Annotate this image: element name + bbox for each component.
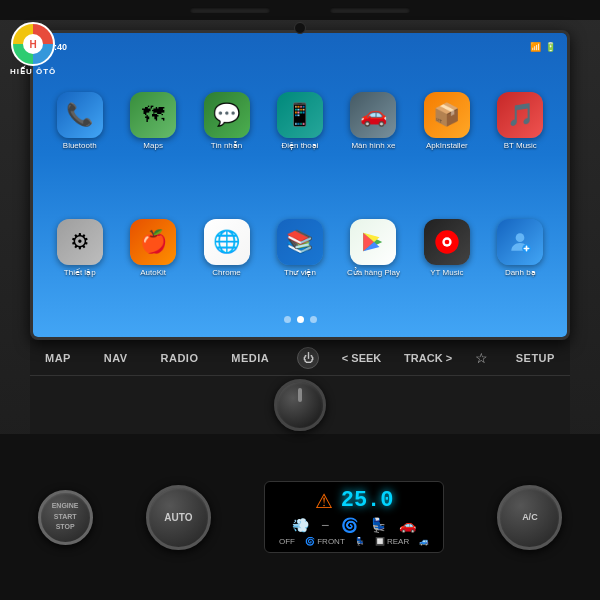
app-apkinstaller[interactable]: 📦 ApkInstaller (413, 60, 480, 181)
vent-left (190, 7, 270, 13)
vent-right (330, 7, 410, 13)
contacts-icon (497, 219, 543, 265)
dot-3 (310, 316, 317, 323)
volume-knob[interactable] (274, 379, 326, 431)
app-phone[interactable]: 📱 Điện thoại (266, 60, 333, 181)
setup-button[interactable]: SETUP (511, 349, 560, 367)
app-library[interactable]: 📚 Thư viện (266, 187, 333, 308)
logo-inner: H (23, 34, 43, 54)
app-ytmusic-label: YT Music (430, 268, 463, 277)
svg-point-3 (516, 233, 525, 242)
track-button[interactable]: TRACK > (404, 352, 452, 364)
off-button[interactable]: OFF (279, 537, 295, 546)
app-maps[interactable]: 🗺 Maps (119, 60, 186, 181)
head-unit: 17:40 📶 🔋 📞 Bluetooth 🗺 Maps 💬 (30, 30, 570, 340)
status-icons: 📶 🔋 (530, 42, 556, 52)
app-contacts[interactable]: Danh bạ (487, 187, 554, 308)
map-button[interactable]: MAP (40, 349, 76, 367)
ac-label: A/C (522, 512, 538, 522)
center-controls: ⏻ (297, 347, 319, 369)
seek-button[interactable]: < SEEK (342, 352, 381, 364)
top-bezel (0, 0, 600, 20)
car-dashboard: H HIẾU ÔTÔ 17:40 📶 🔋 📞 Bluetooth (0, 0, 600, 600)
front-icon[interactable]: 🌀 FRONT (305, 537, 345, 546)
rear-icon[interactable]: 🔲 REAR (375, 537, 409, 546)
climate-row: ENGINE START STOP AUTO ⚠ 25.0 💨 − 🌀 💺 🚗 (0, 434, 600, 600)
ytmusic-icon (424, 219, 470, 265)
app-library-label: Thư viện (284, 268, 316, 277)
rear-car-icon: 🚙 (419, 537, 429, 546)
battery-icon: 🔋 (545, 42, 556, 52)
app-playstore[interactable]: Cửa hàng Play (340, 187, 407, 308)
knob-row (30, 376, 570, 434)
seat-icon: 💺 (355, 537, 365, 546)
start-line2: START (54, 513, 77, 521)
app-ytmusic[interactable]: YT Music (413, 187, 480, 308)
svg-point-2 (445, 239, 450, 244)
app-apkinstaller-label: ApkInstaller (426, 141, 468, 150)
app-messages-label: Tin nhắn (211, 141, 242, 150)
auto-dial[interactable]: AUTO (146, 485, 211, 550)
phone-icon: 📱 (277, 92, 323, 138)
app-playstore-label: Cửa hàng Play (347, 268, 400, 277)
favorite-button[interactable]: ☆ (475, 350, 488, 366)
auto-label: AUTO (164, 512, 192, 523)
climate-control-row: 💨 − 🌀 💺 🚗 (292, 517, 416, 533)
app-contacts-label: Danh bạ (505, 268, 536, 277)
app-carscreen[interactable]: 🚗 Màn hình xe (340, 60, 407, 181)
status-bar: 17:40 📶 🔋 (38, 38, 562, 56)
app-chrome[interactable]: 🌐 Chrome (193, 187, 260, 308)
app-messages[interactable]: 💬 Tin nhắn (193, 60, 260, 181)
signal-icon: 📶 (530, 42, 541, 52)
dot-2 (297, 316, 304, 323)
dot-1 (284, 316, 291, 323)
track-label: TRACK > (404, 352, 452, 364)
app-settings[interactable]: ⚙ Thiết lập (46, 187, 113, 308)
camera-bump (294, 22, 306, 34)
climate-display: ⚠ 25.0 💨 − 🌀 💺 🚗 OFF 🌀 FRONT 💺 🔲 REAR 🚙 (264, 481, 444, 553)
page-dots (38, 312, 562, 327)
btmusic-icon: 🎵 (497, 92, 543, 138)
engine-start-stop-button[interactable]: ENGINE START STOP (38, 490, 93, 545)
carscreen-icon: 🚗 (350, 92, 396, 138)
logo-area: H HIẾU ÔTÔ (10, 22, 56, 76)
app-phone-label: Điện thoại (281, 141, 318, 150)
bluetooth-icon: 📞 (57, 92, 103, 138)
logo-text: HIẾU ÔTÔ (10, 67, 56, 76)
maps-icon: 🗺 (130, 92, 176, 138)
app-autokit-label: AutoKit (140, 268, 166, 277)
seek-label: < SEEK (342, 352, 381, 364)
temp-value: 25.0 (341, 488, 394, 513)
seat-heat-icon[interactable]: 💺 (370, 517, 387, 533)
app-carscreen-label: Màn hình xe (351, 141, 395, 150)
settings-icon: ⚙ (57, 219, 103, 265)
apkinstaller-icon: 📦 (424, 92, 470, 138)
nav-button[interactable]: NAV (99, 349, 133, 367)
library-icon: 📚 (277, 219, 323, 265)
app-maps-label: Maps (143, 141, 163, 150)
radio-button[interactable]: RADIO (156, 349, 204, 367)
app-bluetooth[interactable]: 📞 Bluetooth (46, 60, 113, 181)
app-chrome-label: Chrome (212, 268, 240, 277)
power-button[interactable]: ⏻ (297, 347, 319, 369)
chrome-icon: 🌐 (204, 219, 250, 265)
main-screen: 17:40 📶 🔋 📞 Bluetooth 🗺 Maps 💬 (33, 33, 567, 337)
start-line3: STOP (56, 523, 75, 531)
ac-dial[interactable]: A/C (497, 485, 562, 550)
temperature-display: 25.0 (341, 488, 394, 513)
app-grid: 📞 Bluetooth 🗺 Maps 💬 Tin nhắn 📱 Điện tho… (38, 56, 562, 312)
warning-triangle-icon: ⚠ (315, 489, 333, 513)
start-line1: ENGINE (52, 502, 79, 510)
temp-down-icon[interactable]: − (321, 517, 329, 533)
autokit-icon: 🍎 (130, 219, 176, 265)
app-autokit[interactable]: 🍎 AutoKit (119, 187, 186, 308)
media-button[interactable]: MEDIA (226, 349, 274, 367)
rear-defrost-icon[interactable]: 🚗 (399, 517, 416, 533)
fan-icon[interactable]: 💨 (292, 517, 309, 533)
app-btmusic[interactable]: 🎵 BT Music (487, 60, 554, 181)
control-bar: MAP NAV RADIO MEDIA ⏻ < SEEK TRACK > ☆ S… (30, 340, 570, 376)
app-settings-label: Thiết lập (64, 268, 96, 277)
logo-circle: H (11, 22, 55, 66)
mode-icon[interactable]: 🌀 (341, 517, 358, 533)
messages-icon: 💬 (204, 92, 250, 138)
